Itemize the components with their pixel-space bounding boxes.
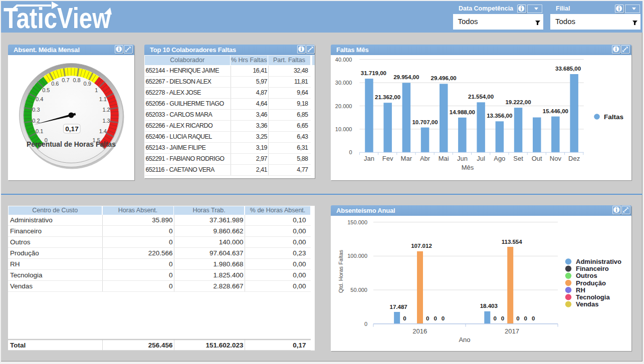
svg-text:1.1: 1.1 — [99, 96, 107, 102]
svg-text:Qtd. Horas Faltas: Qtd. Horas Faltas — [338, 249, 344, 293]
svg-text:0.7: 0.7 — [62, 77, 69, 83]
svg-text:33.685,00: 33.685,00 — [555, 66, 581, 72]
svg-text:Abr: Abr — [420, 155, 431, 162]
svg-text:100.000: 100.000 — [347, 253, 367, 259]
svg-text:0.9: 0.9 — [84, 81, 91, 87]
svg-text:0.1: 0.1 — [36, 128, 43, 134]
svg-text:Ano: Ano — [459, 336, 470, 343]
svg-text:0.5: 0.5 — [42, 87, 50, 93]
svg-text:Tecnologia: Tecnologia — [576, 293, 610, 301]
svg-text:Nov: Nov — [550, 155, 562, 162]
svg-text:29.496,00: 29.496,00 — [431, 75, 457, 81]
svg-text:Outros: Outros — [576, 272, 597, 279]
svg-text:Fev: Fev — [382, 155, 393, 162]
svg-text:Ago: Ago — [494, 155, 505, 162]
svg-text:0.8: 0.8 — [73, 77, 80, 83]
svg-text:13.356,00: 13.356,00 — [487, 113, 512, 119]
svg-text:Out: Out — [532, 155, 542, 162]
svg-text:1.3: 1.3 — [102, 118, 110, 124]
svg-text:113.554: 113.554 — [502, 239, 523, 245]
svg-text:Mai: Mai — [439, 155, 449, 162]
svg-text:0.4: 0.4 — [36, 96, 43, 102]
svg-text:14.988,00: 14.988,00 — [450, 109, 475, 115]
svg-text:0.3: 0.3 — [32, 107, 40, 113]
svg-text:2016: 2016 — [412, 327, 427, 335]
svg-text:Jun: Jun — [457, 155, 468, 162]
svg-text:0,17: 0,17 — [65, 125, 78, 133]
svg-text:15.446,00: 15.446,00 — [543, 108, 568, 114]
svg-text:0.6: 0.6 — [51, 81, 59, 87]
svg-text:0: 0 — [493, 315, 496, 321]
svg-text:107.012: 107.012 — [411, 243, 432, 249]
svg-text:1.2: 1.2 — [102, 107, 110, 113]
svg-text:30.000: 30.000 — [335, 80, 352, 86]
svg-text:21.362,00: 21.362,00 — [375, 94, 400, 100]
svg-text:0: 0 — [501, 315, 504, 321]
svg-text:1: 1 — [95, 87, 98, 93]
svg-text:Vendas: Vendas — [576, 300, 599, 308]
svg-text:21.554,00: 21.554,00 — [468, 94, 494, 100]
svg-text:0: 0 — [403, 315, 406, 321]
svg-text:150.000: 150.000 — [347, 219, 367, 225]
svg-text:Dez: Dez — [568, 155, 580, 162]
svg-text:10.707,00: 10.707,00 — [412, 119, 438, 125]
svg-text:0: 0 — [426, 315, 429, 321]
svg-text:Jan: Jan — [364, 155, 374, 162]
svg-text:19.222,00: 19.222,00 — [505, 99, 531, 105]
svg-text:Mar: Mar — [401, 155, 412, 162]
svg-text:RH: RH — [576, 286, 585, 294]
svg-text:40.000: 40.000 — [335, 57, 352, 63]
svg-text:17.487: 17.487 — [390, 304, 407, 310]
svg-text:0: 0 — [349, 149, 352, 155]
svg-text:31.719,00: 31.719,00 — [361, 70, 386, 76]
svg-text:0: 0 — [442, 315, 445, 321]
svg-text:10.000: 10.000 — [335, 126, 352, 132]
svg-text:Administrativo: Administrativo — [576, 258, 621, 265]
svg-text:0: 0 — [532, 315, 535, 321]
svg-text:Set: Set — [513, 155, 523, 162]
svg-text:50.000: 50.000 — [350, 287, 367, 293]
svg-text:2017: 2017 — [505, 327, 519, 335]
svg-text:0: 0 — [516, 315, 519, 321]
svg-text:Produção: Produção — [576, 279, 606, 287]
svg-text:18.403: 18.403 — [480, 303, 498, 309]
svg-text:1.4: 1.4 — [99, 128, 107, 134]
svg-text:0: 0 — [524, 315, 527, 321]
svg-text:0: 0 — [364, 321, 367, 327]
svg-text:Mês: Mês — [462, 164, 474, 171]
svg-text:Faltas: Faltas — [604, 113, 623, 121]
svg-text:0.2: 0.2 — [32, 118, 40, 124]
svg-text:0: 0 — [434, 315, 437, 321]
svg-text:20.000: 20.000 — [335, 103, 352, 109]
svg-text:29.954,00: 29.954,00 — [393, 74, 419, 80]
svg-text:Financeiro: Financeiro — [576, 265, 609, 272]
svg-text:Percentual de Horas Faltas: Percentual de Horas Faltas — [27, 140, 116, 148]
svg-text:Jul: Jul — [477, 155, 485, 162]
